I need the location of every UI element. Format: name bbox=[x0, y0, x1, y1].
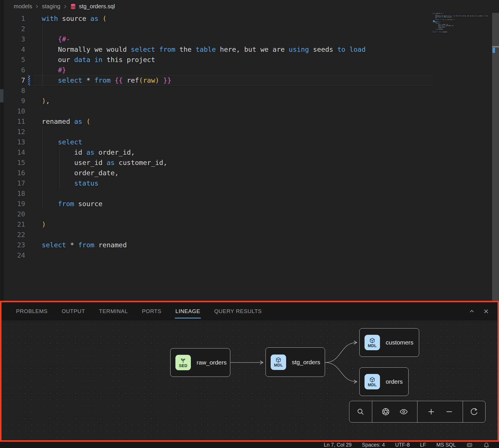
status-lf[interactable]: LF bbox=[420, 442, 426, 448]
line-number: 3 bbox=[3, 35, 25, 43]
code-text: select * from renamed bbox=[42, 241, 127, 249]
line-number: 6 bbox=[3, 66, 25, 74]
badge-label: MDL bbox=[368, 343, 377, 348]
minimap[interactable]: with source as ( {#- Normally we would s… bbox=[433, 13, 490, 50]
gutter-space bbox=[28, 219, 30, 230]
node-label: stg_orders bbox=[292, 359, 320, 366]
lineage-node-stg_orders[interactable]: MDLstg_orders bbox=[266, 347, 325, 377]
gutter-space bbox=[28, 188, 30, 199]
indent-guide bbox=[42, 127, 43, 209]
bottom-panel: PROBLEMSOUTPUTTERMINALPORTSLINEAGEQUERY … bbox=[0, 301, 499, 442]
zoom-in-icon[interactable] bbox=[427, 407, 435, 416]
line-number: 1 bbox=[3, 15, 25, 23]
code-line: 23select * from renamed bbox=[3, 240, 499, 250]
close-icon[interactable] bbox=[483, 308, 490, 315]
chevron-up-icon[interactable] bbox=[468, 308, 475, 315]
tab-terminal[interactable]: TERMINAL bbox=[99, 302, 128, 320]
line-number: 18 bbox=[3, 190, 25, 198]
gutter-space bbox=[28, 44, 30, 55]
code-line: 1with source as ( bbox=[3, 13, 499, 24]
bell-icon[interactable] bbox=[483, 442, 490, 448]
line-number: 2 bbox=[3, 25, 25, 33]
code-line: 15 user_id as customer_id, bbox=[3, 158, 499, 168]
lineage-node-raw_orders[interactable]: SEDraw_orders bbox=[170, 348, 230, 377]
line-number: 5 bbox=[3, 56, 25, 64]
gutter-space bbox=[28, 24, 30, 34]
zoom-out-icon[interactable] bbox=[445, 407, 454, 416]
gutter-space bbox=[28, 199, 30, 209]
code-text: order_date, bbox=[42, 169, 119, 177]
tab-query-results[interactable]: QUERY RESULTS bbox=[214, 302, 262, 320]
node-label: customers bbox=[386, 339, 413, 346]
tab-problems[interactable]: PROBLEMS bbox=[16, 302, 47, 320]
aperture-icon[interactable] bbox=[381, 407, 390, 416]
code-text: ), bbox=[42, 97, 50, 105]
gutter-space bbox=[28, 209, 30, 219]
code-line: 19 from source bbox=[3, 199, 499, 209]
breadcrumb: models staging stg_orders.sql bbox=[3, 0, 499, 13]
status-ln[interactable]: Ln 7, Col 29 bbox=[324, 442, 352, 448]
left-scrollbar-thumb[interactable] bbox=[0, 89, 3, 102]
minimap-modified-mark bbox=[433, 20, 435, 22]
refresh-icon[interactable] bbox=[470, 407, 478, 416]
code-text: Normally we would select from the table … bbox=[42, 45, 366, 53]
editor-region[interactable]: models staging stg_orders.sql 1with sour… bbox=[3, 0, 499, 301]
indent-guide bbox=[59, 147, 60, 188]
toolbar-section bbox=[372, 401, 417, 422]
code-line: 11renamed as ( bbox=[3, 116, 499, 127]
code-line: 7 select * from {{ ref(raw) }} bbox=[3, 75, 499, 85]
panel-tabs: PROBLEMSOUTPUTTERMINALPORTSLINEAGEQUERY … bbox=[16, 302, 262, 320]
code-text: id as order_id, bbox=[42, 148, 135, 156]
toolbar-section bbox=[417, 401, 463, 422]
eye-icon[interactable] bbox=[399, 407, 408, 416]
status-ms[interactable]: MS SQL bbox=[436, 442, 456, 448]
lineage-node-customers[interactable]: MDLcustomers bbox=[359, 328, 419, 357]
gutter-space bbox=[28, 85, 30, 96]
copilot-icon[interactable] bbox=[466, 441, 473, 448]
gutter-space bbox=[28, 96, 30, 106]
line-number: 22 bbox=[3, 231, 25, 239]
overview-ruler[interactable] bbox=[492, 13, 499, 301]
left-scrollbar[interactable] bbox=[0, 0, 3, 301]
line-number: 7 bbox=[3, 76, 25, 84]
lineage-canvas[interactable]: SEDraw_ordersMDLstg_ordersMDLcustomersMD… bbox=[1, 320, 498, 440]
breadcrumb-models[interactable]: models bbox=[14, 3, 32, 10]
modified-line-indicator bbox=[28, 75, 30, 85]
gutter-space bbox=[28, 65, 30, 75]
lineage-toolbar bbox=[349, 401, 486, 423]
tab-lineage[interactable]: LINEAGE bbox=[175, 302, 200, 320]
line-number: 12 bbox=[3, 128, 25, 136]
gutter-space bbox=[28, 178, 30, 188]
lineage-node-orders[interactable]: MDLorders bbox=[359, 367, 409, 396]
code-line: 6 #} bbox=[3, 65, 499, 75]
breadcrumb-file[interactable]: stg_orders.sql bbox=[79, 3, 115, 10]
line-number: 9 bbox=[3, 97, 25, 105]
line-number: 13 bbox=[3, 138, 25, 146]
chevron-right-icon bbox=[35, 5, 39, 9]
code-line: 18 bbox=[3, 188, 499, 199]
code-text: with source as ( bbox=[42, 15, 106, 23]
tab-output[interactable]: OUTPUT bbox=[62, 302, 85, 320]
code-line: 2 bbox=[3, 24, 499, 34]
line-number: 11 bbox=[3, 118, 25, 126]
chevron-right-icon bbox=[63, 5, 67, 9]
code-text: #} bbox=[42, 66, 66, 74]
search-icon[interactable] bbox=[356, 407, 365, 416]
status-utf-8[interactable]: UTF-8 bbox=[395, 442, 410, 448]
gutter-space bbox=[28, 147, 30, 158]
tab-ports[interactable]: PORTS bbox=[142, 302, 161, 320]
gutter-space bbox=[28, 240, 30, 250]
gutter-space bbox=[28, 230, 30, 240]
minimap-code: with source as ( {#- Normally we would s… bbox=[433, 13, 490, 33]
gutter-space bbox=[28, 116, 30, 127]
line-number: 15 bbox=[3, 159, 25, 167]
model-icon: MDL bbox=[271, 355, 286, 370]
seed-icon: SED bbox=[175, 355, 191, 370]
code-line: 13 select bbox=[3, 137, 499, 147]
vscode-window: models staging stg_orders.sql 1with sour… bbox=[0, 0, 499, 448]
status-spaces[interactable]: Spaces: 4 bbox=[362, 442, 385, 448]
breadcrumb-staging[interactable]: staging bbox=[42, 3, 60, 10]
line-number: 19 bbox=[3, 200, 25, 208]
code-line: 8 bbox=[3, 85, 499, 96]
line-number: 21 bbox=[3, 220, 25, 228]
